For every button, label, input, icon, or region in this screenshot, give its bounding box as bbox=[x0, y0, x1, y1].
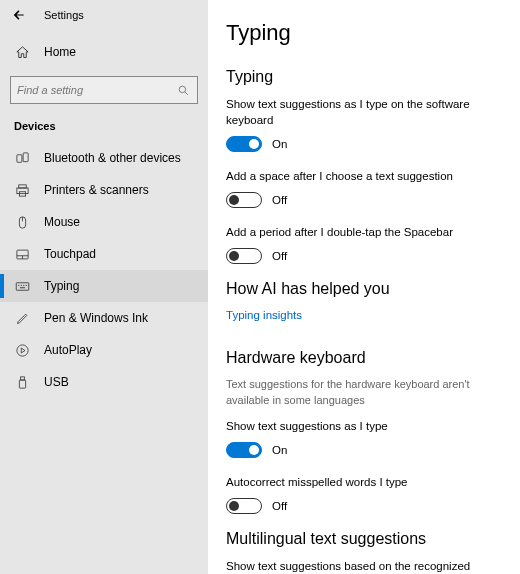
toggle-state: On bbox=[272, 444, 287, 456]
toggle-state: Off bbox=[272, 250, 287, 262]
sidebar-item-touchpad[interactable]: Touchpad bbox=[0, 238, 208, 270]
setting-hw-autocorrect: Autocorrect misspelled words I type Off bbox=[226, 474, 508, 514]
setting-label: Autocorrect misspelled words I type bbox=[226, 474, 508, 490]
toggle-knob bbox=[229, 195, 239, 205]
sidebar-item-usb[interactable]: USB bbox=[0, 366, 208, 398]
settings-label: Settings bbox=[44, 9, 84, 21]
toggle-add-period[interactable] bbox=[226, 248, 262, 264]
page-title: Typing bbox=[226, 20, 508, 46]
nav-label: Mouse bbox=[44, 215, 80, 229]
section-header-devices: Devices bbox=[0, 116, 208, 142]
toggle-knob bbox=[229, 501, 239, 511]
nav-label: Bluetooth & other devices bbox=[44, 151, 181, 165]
printer-icon bbox=[14, 182, 30, 198]
search-wrap bbox=[0, 76, 208, 116]
svg-rect-2 bbox=[16, 154, 21, 162]
svg-rect-19 bbox=[20, 376, 24, 379]
nav-label: Printers & scanners bbox=[44, 183, 149, 197]
setting-label: Show text suggestions as I type on the s… bbox=[226, 96, 508, 128]
svg-rect-12 bbox=[16, 282, 29, 290]
group-heading-ai: How AI has helped you bbox=[226, 280, 508, 298]
sidebar-item-printers[interactable]: Printers & scanners bbox=[0, 174, 208, 206]
group-subtext-hardware: Text suggestions for the hardware keyboa… bbox=[226, 377, 508, 408]
toggle-state: Off bbox=[272, 500, 287, 512]
sidebar: Settings Home Devices Bluetooth & other … bbox=[0, 0, 208, 574]
home-label: Home bbox=[44, 45, 76, 59]
pen-icon bbox=[14, 310, 30, 326]
setting-show-suggestions-software: Show text suggestions as I type on the s… bbox=[226, 96, 508, 152]
sidebar-item-bluetooth[interactable]: Bluetooth & other devices bbox=[0, 142, 208, 174]
setting-label: Add a space after I choose a text sugges… bbox=[226, 168, 508, 184]
mouse-icon bbox=[14, 214, 30, 230]
sidebar-item-home[interactable]: Home bbox=[0, 36, 208, 68]
back-icon[interactable] bbox=[12, 8, 26, 22]
svg-rect-20 bbox=[19, 380, 25, 388]
toggle-state: On bbox=[272, 138, 287, 150]
search-box[interactable] bbox=[10, 76, 198, 104]
group-heading-hardware: Hardware keyboard bbox=[226, 349, 508, 367]
setting-hw-suggestions: Show text suggestions as I type On bbox=[226, 418, 508, 458]
toggle-hw-autocorrect[interactable] bbox=[226, 498, 262, 514]
setting-label: Show text suggestions based on the recog… bbox=[226, 558, 508, 574]
toggle-knob bbox=[249, 139, 259, 149]
nav-label: USB bbox=[44, 375, 69, 389]
setting-add-period: Add a period after I double-tap the Spac… bbox=[226, 224, 508, 264]
group-heading-multilingual: Multilingual text suggestions bbox=[226, 530, 508, 548]
svg-rect-5 bbox=[16, 188, 27, 194]
nav-label: Typing bbox=[44, 279, 79, 293]
toggle-hw-suggestions[interactable] bbox=[226, 442, 262, 458]
svg-rect-3 bbox=[23, 152, 28, 161]
toggle-add-space[interactable] bbox=[226, 192, 262, 208]
main-content: Typing Typing Show text suggestions as I… bbox=[208, 0, 520, 574]
setting-label: Show text suggestions as I type bbox=[226, 418, 508, 434]
svg-point-0 bbox=[179, 86, 186, 93]
topbar: Settings bbox=[0, 6, 208, 30]
nav-label: Touchpad bbox=[44, 247, 96, 261]
toggle-state: Off bbox=[272, 194, 287, 206]
sidebar-item-typing[interactable]: Typing bbox=[0, 270, 208, 302]
toggle-knob bbox=[249, 445, 259, 455]
setting-label: Add a period after I double-tap the Spac… bbox=[226, 224, 508, 240]
search-input[interactable] bbox=[17, 84, 175, 96]
sidebar-item-autoplay[interactable]: AutoPlay bbox=[0, 334, 208, 366]
autoplay-icon bbox=[14, 342, 30, 358]
svg-line-1 bbox=[185, 92, 188, 95]
svg-rect-4 bbox=[18, 184, 26, 187]
setting-multilingual: Show text suggestions based on the recog… bbox=[226, 558, 508, 574]
usb-icon bbox=[14, 374, 30, 390]
sidebar-item-mouse[interactable]: Mouse bbox=[0, 206, 208, 238]
setting-add-space: Add a space after I choose a text sugges… bbox=[226, 168, 508, 208]
bluetooth-devices-icon bbox=[14, 150, 30, 166]
home-icon bbox=[14, 44, 30, 60]
nav-label: Pen & Windows Ink bbox=[44, 311, 148, 325]
nav: Bluetooth & other devices Printers & sca… bbox=[0, 142, 208, 398]
toggle-knob bbox=[229, 251, 239, 261]
keyboard-icon bbox=[14, 278, 30, 294]
nav-label: AutoPlay bbox=[44, 343, 92, 357]
typing-insights-link[interactable]: Typing insights bbox=[226, 309, 302, 321]
sidebar-item-pen[interactable]: Pen & Windows Ink bbox=[0, 302, 208, 334]
group-heading-typing: Typing bbox=[226, 68, 508, 86]
touchpad-icon bbox=[14, 246, 30, 262]
svg-point-18 bbox=[16, 344, 27, 355]
search-icon bbox=[175, 82, 191, 98]
toggle-show-suggestions-software[interactable] bbox=[226, 136, 262, 152]
